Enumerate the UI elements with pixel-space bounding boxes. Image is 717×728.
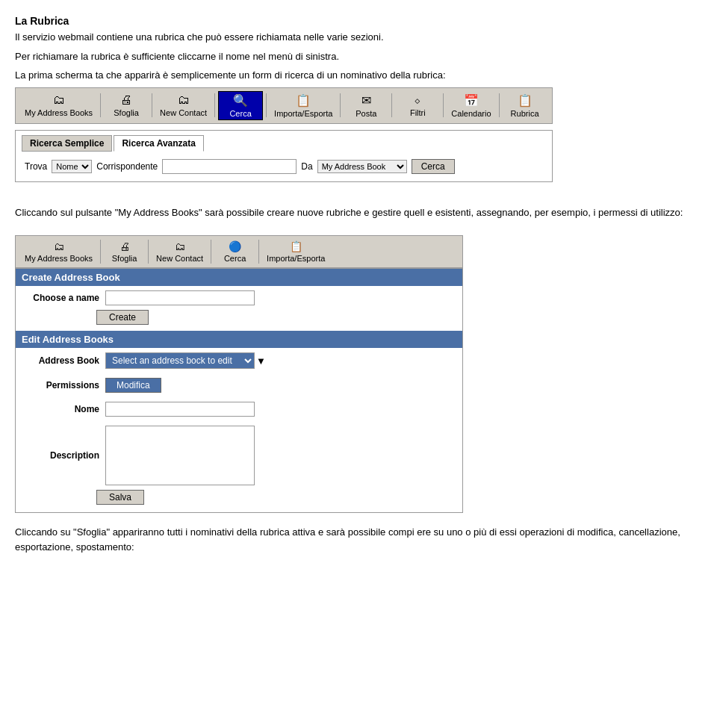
address-book-select-wrapper: Select an address bock to edit ▼ bbox=[105, 352, 266, 369]
description-textarea[interactable] bbox=[105, 426, 255, 485]
toolbar1-icon-1: 🖨 bbox=[120, 93, 132, 107]
salva-button[interactable]: Salva bbox=[96, 490, 144, 505]
nome-row: Nome bbox=[16, 397, 462, 421]
toolbar1-btn-5[interactable]: ✉Posta bbox=[344, 92, 388, 119]
toolbar1-icon-7: 📅 bbox=[464, 93, 479, 108]
choose-name-row: Choose a name bbox=[16, 286, 462, 310]
secondary-toolbar: 🗂My Address Books🖨Sfoglia🗂New Contact🔵Ce… bbox=[15, 235, 463, 268]
toolbar1-btn-6[interactable]: ⬦Filtri bbox=[395, 92, 440, 119]
closing-text: Cliccando su "Sfoglia" appariranno tutti… bbox=[15, 525, 702, 554]
toolbar2-sep-3 bbox=[258, 240, 259, 264]
toolbar2-icon-4: 📋 bbox=[290, 240, 302, 252]
search-row: Trova Nome Email Tutto Corrispondente Da… bbox=[16, 152, 552, 181]
trova-label: Trova bbox=[25, 161, 47, 172]
toolbar1-icon-6: ⬦ bbox=[414, 93, 421, 107]
toolbar1-sep-2 bbox=[214, 93, 215, 117]
toolbar1-sep-6 bbox=[443, 93, 444, 117]
main-toolbar: 🗂My Address Books🖨Sfoglia🗂New Contact🔍Ce… bbox=[15, 87, 553, 124]
tab-ricerca-avanzata[interactable]: Ricerca Avanzata bbox=[114, 135, 204, 152]
toolbar2-icon-2: 🗂 bbox=[175, 240, 185, 252]
toolbar1-btn-4[interactable]: 📋Importa/Esporta bbox=[270, 92, 337, 119]
corrispondente-input[interactable] bbox=[162, 159, 297, 174]
trova-select[interactable]: Nome Email Tutto bbox=[52, 160, 92, 173]
toolbar1-sep-7 bbox=[499, 93, 500, 117]
toolbar1-sep-4 bbox=[340, 93, 341, 117]
toolbar1-icon-3: 🔍 bbox=[233, 93, 248, 108]
toolbar1-sep-3 bbox=[266, 93, 267, 117]
toolbar1-icon-0: 🗂 bbox=[53, 93, 65, 107]
create-section-header: Create Address Book bbox=[16, 269, 462, 286]
toolbar1-btn-7[interactable]: 📅Calendario bbox=[447, 92, 495, 119]
middle-text: Cliccando sul pulsante "My Address Books… bbox=[15, 205, 702, 220]
toolbar1-icon-4: 📋 bbox=[296, 93, 311, 108]
da-select[interactable]: My Address Book All Address Books bbox=[317, 160, 407, 173]
intro-text-1: Il servizio webmail contiene una rubrica… bbox=[15, 30, 702, 45]
toolbar1-icon-8: 📋 bbox=[518, 93, 533, 108]
toolbar1-btn-0[interactable]: 🗂My Address Books bbox=[20, 92, 97, 119]
da-label: Da bbox=[301, 161, 312, 172]
search-area: Ricerca Semplice Ricerca Avanzata Trova … bbox=[15, 130, 553, 182]
permissions-row: Permissions Modifica bbox=[16, 373, 462, 397]
toolbar2-btn-4[interactable]: 📋Importa/Esporta bbox=[262, 239, 329, 264]
toolbar1-icon-2: 🗂 bbox=[178, 93, 190, 107]
search-tabs: Ricerca Semplice Ricerca Avanzata bbox=[16, 131, 552, 152]
toolbar1-btn-2[interactable]: 🗂New Contact bbox=[155, 92, 211, 119]
toolbar2-sep-0 bbox=[100, 240, 101, 264]
description-label: Description bbox=[25, 450, 99, 461]
description-row: Description bbox=[16, 421, 462, 490]
toolbar2-icon-0: 🗂 bbox=[54, 240, 64, 252]
toolbar1-sep-0 bbox=[100, 93, 101, 117]
toolbar2-btn-3[interactable]: 🔵Cerca bbox=[214, 239, 255, 264]
permissions-label: Permissions bbox=[25, 380, 99, 391]
toolbar2-icon-1: 🖨 bbox=[120, 240, 130, 252]
toolbar1-btn-1[interactable]: 🖨Sfoglia bbox=[104, 92, 149, 119]
corrispondente-label: Corrispondente bbox=[96, 161, 158, 172]
nome-label: Nome bbox=[25, 404, 99, 414]
toolbar1-btn-3[interactable]: 🔍Cerca bbox=[218, 91, 263, 120]
toolbar1-sep-1 bbox=[152, 93, 152, 117]
toolbar2-btn-1[interactable]: 🖨Sfoglia bbox=[104, 239, 145, 264]
dropdown-arrow-icon: ▼ bbox=[256, 355, 266, 367]
nome-input[interactable] bbox=[105, 402, 255, 417]
choose-name-label: Choose a name bbox=[25, 293, 99, 303]
tab-ricerca-semplice[interactable]: Ricerca Semplice bbox=[22, 135, 112, 152]
address-book-label: Address Book bbox=[25, 355, 99, 366]
toolbar1-sep-5 bbox=[391, 93, 392, 117]
address-book-select[interactable]: Select an address bock to edit bbox=[105, 352, 255, 369]
toolbar2-sep-1 bbox=[148, 240, 149, 264]
intro-text-2: Per richiamare la rubrica è sufficiente … bbox=[15, 49, 702, 64]
toolbar2-btn-2[interactable]: 🗂New Contact bbox=[152, 239, 208, 264]
cerca-button[interactable]: Cerca bbox=[412, 159, 455, 174]
address-book-container: Create Address Book Choose a name Create… bbox=[15, 268, 463, 513]
toolbar1-btn-8[interactable]: 📋Rubrica bbox=[503, 92, 547, 119]
toolbar2-btn-0[interactable]: 🗂My Address Books bbox=[20, 239, 97, 264]
toolbar2-sep-2 bbox=[211, 240, 211, 264]
toolbar1-icon-5: ✉ bbox=[361, 93, 371, 108]
edit-section-header: Edit Address Books bbox=[16, 331, 462, 348]
create-button[interactable]: Create bbox=[96, 310, 149, 325]
page-title: La Rubrica bbox=[15, 15, 702, 27]
address-book-row: Address Book Select an address bock to e… bbox=[16, 348, 462, 373]
intro-text-3: La prima scherma ta che apparirà è sempl… bbox=[15, 68, 702, 83]
choose-name-input[interactable] bbox=[105, 290, 255, 305]
toolbar2-icon-3: 🔵 bbox=[229, 240, 241, 252]
modifica-button[interactable]: Modifica bbox=[105, 378, 161, 393]
